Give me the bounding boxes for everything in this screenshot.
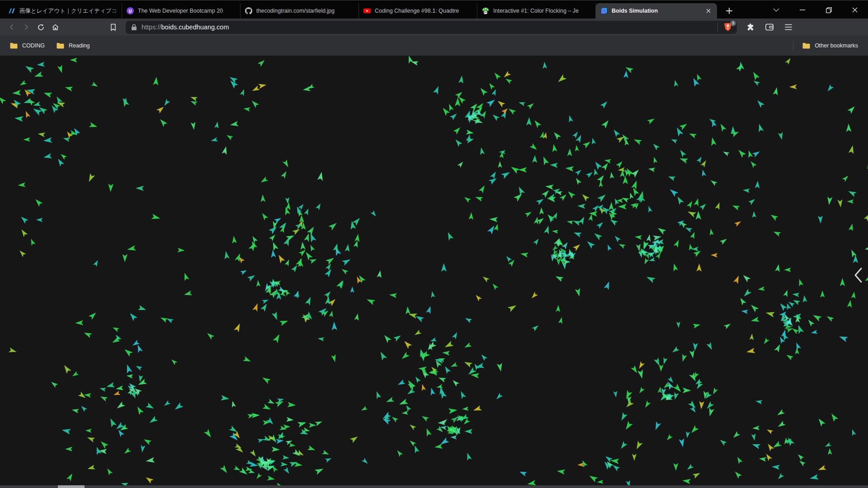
back-icon bbox=[8, 23, 15, 31]
home-icon bbox=[52, 23, 59, 31]
brave-shields-button[interactable]: 3 bbox=[722, 22, 733, 33]
other-bookmarks-button[interactable]: Other bookmarks bbox=[798, 40, 863, 51]
maximize-button[interactable] bbox=[816, 1, 842, 19]
wallet-icon bbox=[765, 23, 774, 31]
tab-search-button[interactable] bbox=[763, 1, 789, 19]
minimize-icon bbox=[800, 9, 805, 10]
minimize-button[interactable] bbox=[789, 1, 816, 19]
bookmarks-divider bbox=[793, 41, 793, 50]
browser-window: 画像とレイアウト｜クリエイティブコーデThe Web Developer Boo… bbox=[0, 0, 868, 488]
close-window-button[interactable] bbox=[842, 1, 868, 19]
folder-icon bbox=[10, 42, 18, 49]
navigation-toolbar: https://boids.cubedhuang.com 3 bbox=[0, 19, 868, 36]
youtube-icon bbox=[363, 7, 371, 14]
url-host: boids.cubedhuang.com bbox=[161, 23, 229, 31]
hamburger-menu-icon bbox=[785, 24, 792, 30]
puzzle-icon bbox=[746, 23, 755, 31]
menu-button[interactable] bbox=[781, 20, 796, 34]
mushroom-icon bbox=[482, 7, 489, 14]
toolbar-right-group bbox=[743, 20, 796, 34]
other-bookmarks-label: Other bookmarks bbox=[815, 42, 858, 49]
folder-icon bbox=[57, 42, 64, 49]
chevron-down-icon bbox=[773, 8, 779, 12]
tab-title-fade bbox=[227, 3, 240, 19]
tab-title-fade bbox=[464, 3, 477, 19]
bookmark-icon bbox=[110, 23, 117, 31]
tab-2[interactable]: thecodingtrain.com/starfield.jpg bbox=[241, 3, 359, 19]
bookmark-folder-reading[interactable]: Reading bbox=[52, 40, 94, 51]
bookmarks-panel-button[interactable] bbox=[106, 20, 120, 34]
wallet-button[interactable] bbox=[762, 20, 777, 34]
extensions-button[interactable] bbox=[743, 20, 758, 34]
cube-icon bbox=[600, 7, 608, 14]
bookmark-folder-list: CODINGReading bbox=[5, 40, 94, 51]
restore-icon bbox=[826, 7, 832, 13]
address-bar[interactable]: https://boids.cubedhuang.com 3 bbox=[126, 21, 737, 34]
new-tab-button[interactable] bbox=[722, 4, 736, 18]
omnibox-divider bbox=[717, 23, 718, 31]
page-viewport bbox=[0, 56, 868, 488]
horizontal-scrollbar-thumb[interactable] bbox=[58, 485, 85, 488]
tab-title: Coding Challenge #98.1: Quadtre bbox=[375, 8, 472, 14]
shields-count-badge: 3 bbox=[730, 20, 736, 26]
tab-3[interactable]: Coding Challenge #98.1: Quadtre bbox=[359, 3, 477, 19]
horizontal-scrollbar[interactable] bbox=[0, 485, 868, 488]
close-icon bbox=[852, 7, 858, 13]
tab-title: Interactive #1: Color Flocking – Je bbox=[493, 8, 591, 14]
tab-4[interactable]: Interactive #1: Color Flocking – Je bbox=[477, 3, 596, 19]
slashes-logo-icon bbox=[8, 7, 15, 14]
boids-simulation-canvas[interactable] bbox=[0, 56, 868, 488]
reload-button[interactable] bbox=[33, 20, 48, 34]
udemy-icon bbox=[127, 7, 134, 14]
tab-title-fade bbox=[583, 3, 595, 19]
url-scheme: https:// bbox=[142, 23, 161, 31]
home-button[interactable] bbox=[48, 20, 62, 34]
tab-list: 画像とレイアウト｜クリエイティブコーデThe Web Developer Boo… bbox=[4, 3, 717, 19]
tab-active[interactable]: Boids Simulation bbox=[596, 3, 717, 19]
forward-button[interactable] bbox=[19, 20, 33, 34]
chevron-left-icon bbox=[853, 267, 863, 283]
lock-icon bbox=[131, 24, 137, 31]
tab-title-fade bbox=[109, 3, 122, 19]
tab-title: Boids Simulation bbox=[612, 8, 702, 14]
bookmark-folder-label: CODING bbox=[22, 42, 45, 49]
tab-close-button[interactable] bbox=[704, 7, 712, 15]
tab-strip: 画像とレイアウト｜クリエイティブコーデThe Web Developer Boo… bbox=[0, 0, 868, 19]
tab-title: thecodingtrain.com/starfield.jpg bbox=[256, 8, 354, 14]
bookmarks-bar: CODINGReading Other bookmarks bbox=[0, 36, 868, 56]
tab-title-fade bbox=[346, 3, 359, 19]
back-button[interactable] bbox=[5, 20, 19, 34]
tab-title: The Web Developer Bootcamp 20 bbox=[138, 8, 236, 14]
settings-panel-toggle[interactable] bbox=[852, 266, 864, 284]
tab-1[interactable]: The Web Developer Bootcamp 20 bbox=[122, 3, 241, 19]
bookmark-folder-label: Reading bbox=[69, 42, 90, 49]
reload-icon bbox=[37, 23, 45, 31]
tab-title: 画像とレイアウト｜クリエイティブコーデ bbox=[19, 7, 117, 15]
tab-0[interactable]: 画像とレイアウト｜クリエイティブコーデ bbox=[4, 3, 122, 19]
github-icon bbox=[245, 7, 252, 14]
bookmark-folder-coding[interactable]: CODING bbox=[5, 40, 49, 51]
folder-icon bbox=[802, 42, 810, 49]
forward-icon bbox=[23, 23, 30, 31]
